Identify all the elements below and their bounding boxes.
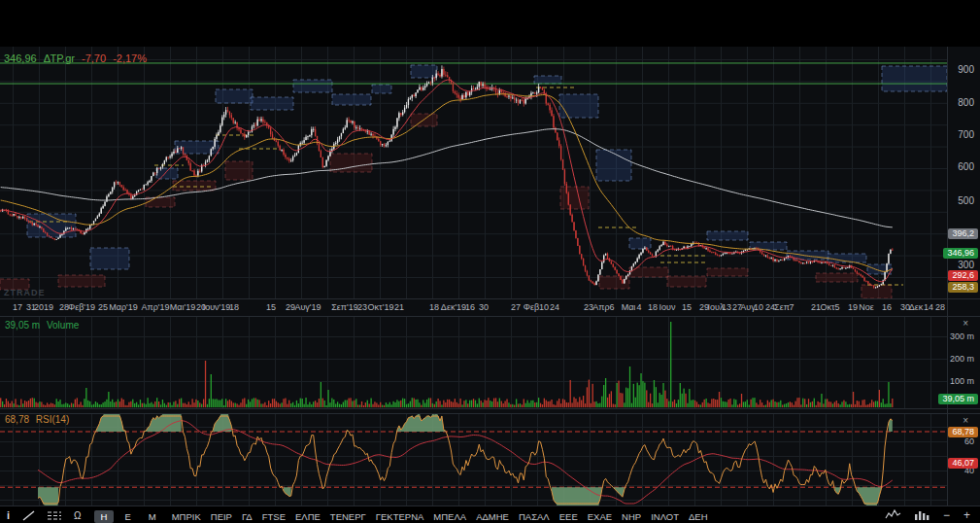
- ticker-tab-ΑΔΜΗΕ[interactable]: ΑΔΜΗΕ: [476, 511, 509, 522]
- bottom-toolbar: i Ω ΗΕΜ ΜΠΡΙΚΠΕΙΡΓΔFTSEΕΛΠΕΤΕΝΕΡΓΓΕΚΤΕΡΝ…: [0, 507, 980, 523]
- price-badge: 346,96: [943, 248, 978, 259]
- date-axis-label[interactable]: Μαι: [622, 302, 636, 312]
- toolbar-right-group: − +: [885, 506, 980, 523]
- ticker-tab-ΙΝΛΟΤ[interactable]: ΙΝΛΟΤ: [651, 511, 679, 522]
- ticker-tab-ΠΕΙΡ[interactable]: ΠΕΙΡ: [211, 511, 232, 522]
- instrument-symbol: ΔΤΡ.gr: [44, 52, 75, 64]
- price-badge: 396,2: [948, 228, 978, 239]
- price-axis-tick[interactable]: 500: [958, 196, 974, 206]
- omega-tool-icon[interactable]: Ω: [74, 510, 81, 521]
- volume-axis-tick[interactable]: 200 m: [950, 355, 974, 364]
- date-axis-label[interactable]: Νοε: [859, 302, 874, 312]
- date-axis-label[interactable]: 17: [13, 302, 22, 312]
- date-axis-label[interactable]: Ιουν'19: [203, 302, 231, 312]
- date-axis-label[interactable]: 16: [882, 302, 892, 312]
- ticker-tab-ΕΕΕ[interactable]: ΕΕΕ: [559, 511, 578, 522]
- date-axis-label[interactable]: 24: [550, 302, 559, 312]
- ticker-tab-ΔΕΗ[interactable]: ΔΕΗ: [689, 511, 708, 522]
- rsi-last-value: 68,78: [5, 414, 29, 425]
- date-axis-label[interactable]: 15: [266, 302, 276, 312]
- ticker-tab-ΓΕΚΤΕΡΝΑ[interactable]: ΓΕΚΤΕΡΝΑ: [376, 511, 424, 522]
- watchlist-icon[interactable]: [48, 511, 61, 520]
- zoom-in-button[interactable]: +: [963, 509, 970, 521]
- date-axis-label[interactable]: 15: [682, 302, 692, 312]
- price-axis-tick[interactable]: 600: [958, 162, 974, 172]
- period-tab-Ε[interactable]: Ε: [118, 510, 137, 523]
- chart-canvas[interactable]: [0, 0, 980, 523]
- volume-axis-tick[interactable]: 300 m: [950, 332, 974, 341]
- rsi-pane-label: 68,78 RSI(14): [5, 414, 69, 425]
- price-axis-tick[interactable]: 300: [958, 261, 974, 270]
- volume-axis-tick[interactable]: 100 m: [950, 377, 974, 386]
- period-tab-Η[interactable]: Η: [94, 510, 115, 523]
- volume-close-button[interactable]: ×: [963, 319, 968, 329]
- date-axis-label[interactable]: Μαρ'19: [109, 302, 138, 312]
- zoom-out-button[interactable]: −: [943, 509, 950, 521]
- date-axis-label[interactable]: 25: [98, 302, 108, 312]
- date-axis-label[interactable]: 16: [465, 302, 475, 312]
- ticker-tabs: ΜΠΡΙΚΠΕΙΡΓΔFTSEΕΛΠΕΤΕΝΕΡΓΓΕΚΤΕΡΝΑΜΠΕΛΑΑΔ…: [167, 506, 713, 523]
- info-icon[interactable]: i: [7, 509, 10, 521]
- trading-terminal: 346,96 ΔΤΡ.gr -7,70 -2,17% ZTRADE 900800…: [0, 0, 980, 523]
- date-axis-label[interactable]: 10: [539, 302, 549, 312]
- period-tabs: ΗΕΜ: [94, 506, 167, 523]
- ticker-tab-ΜΠΕΛΑ[interactable]: ΜΠΕΛΑ: [433, 511, 466, 522]
- date-axis-label[interactable]: Αυγ'19: [294, 302, 321, 312]
- last-price: 346,96: [4, 52, 37, 64]
- date-axis-label[interactable]: 30: [479, 302, 489, 312]
- date-axis-label[interactable]: 5: [834, 302, 839, 312]
- volume-indicator-name: Volume: [47, 320, 79, 331]
- price-axis-tick[interactable]: 700: [958, 130, 974, 140]
- date-axis-label[interactable]: 6: [609, 302, 614, 312]
- rsi-axis-tick[interactable]: 60: [964, 437, 974, 446]
- date-axis-label[interactable]: 13: [722, 302, 731, 312]
- date-axis-label[interactable]: 14: [924, 302, 933, 312]
- price-badge: 258,3: [948, 282, 978, 293]
- date-axis-label[interactable]: 2019: [34, 302, 53, 312]
- date-axis-label[interactable]: Οκτ: [820, 302, 834, 312]
- price-axis-tick[interactable]: 900: [958, 65, 974, 75]
- period-tab-Μ[interactable]: Μ: [142, 510, 163, 523]
- date-axis-label[interactable]: Ιουν: [659, 302, 676, 312]
- rsi-badge: 46,07: [948, 458, 978, 469]
- date-axis-label[interactable]: Δεκ: [909, 302, 924, 312]
- ticker-tab-ΕΧΑΕ[interactable]: ΕΧΑΕ: [588, 511, 612, 522]
- volume-badge: 39,05 m: [938, 394, 978, 404]
- date-axis-label[interactable]: 18: [229, 302, 239, 312]
- ticker-tab-ΕΛΠΕ[interactable]: ΕΛΠΕ: [295, 511, 321, 522]
- price-change: -7,70: [82, 52, 106, 64]
- ticker-tab-ΓΔ[interactable]: ΓΔ: [242, 511, 253, 522]
- line-chart-icon[interactable]: [885, 506, 901, 523]
- ticker-tab-ΜΠΡΙΚ[interactable]: ΜΠΡΙΚ: [172, 511, 201, 522]
- date-axis-label[interactable]: 27: [511, 302, 521, 312]
- rsi-indicator-name: RSI(14): [36, 414, 69, 425]
- date-axis-label[interactable]: 21: [394, 302, 404, 312]
- ticker-tab-ΝΗΡ[interactable]: ΝΗΡ: [622, 511, 641, 522]
- date-axis-label[interactable]: 10: [754, 302, 763, 312]
- date-axis-label[interactable]: Απρ: [592, 302, 609, 312]
- price-axis-tick[interactable]: 800: [958, 98, 974, 108]
- date-axis-label[interactable]: 23: [357, 302, 367, 312]
- ticker-tab-FTSE[interactable]: FTSE: [262, 511, 286, 522]
- date-axis-label[interactable]: Σεπ: [774, 302, 790, 312]
- date-axis-label[interactable]: 19: [848, 302, 858, 312]
- date-axis-label[interactable]: Δεκ'19: [441, 302, 466, 312]
- price-change-percent: -2,17%: [113, 52, 147, 64]
- ticker-tab-ΤΕΝΕΡΓ[interactable]: ΤΕΝΕΡΓ: [330, 511, 366, 522]
- date-axis-label[interactable]: Φεβ'19: [68, 302, 95, 312]
- date-axis-label[interactable]: Απρ'19: [141, 302, 169, 312]
- date-axis-label[interactable]: 18: [429, 302, 439, 312]
- ticker-tab-ΠΑΣΑΛ[interactable]: ΠΑΣΑΛ: [519, 511, 550, 522]
- volume-last-value: 39,05 m: [5, 320, 40, 331]
- date-axis-label[interactable]: Σεπ'19: [331, 302, 358, 312]
- date-axis-label[interactable]: Φεβ: [524, 302, 539, 312]
- date-axis-label[interactable]: Οκτ'19: [368, 302, 394, 312]
- trendline-tool-icon[interactable]: [22, 510, 35, 521]
- date-axis-label[interactable]: 7: [789, 302, 794, 312]
- rsi-close-button[interactable]: ×: [963, 416, 968, 426]
- date-axis-label[interactable]: 28: [935, 302, 945, 312]
- date-axis-label[interactable]: 18: [648, 302, 658, 312]
- date-axis-label[interactable]: 4: [636, 302, 641, 312]
- date-axis-label[interactable]: Μαι'19: [170, 302, 195, 312]
- bar-chart-icon[interactable]: [915, 506, 929, 523]
